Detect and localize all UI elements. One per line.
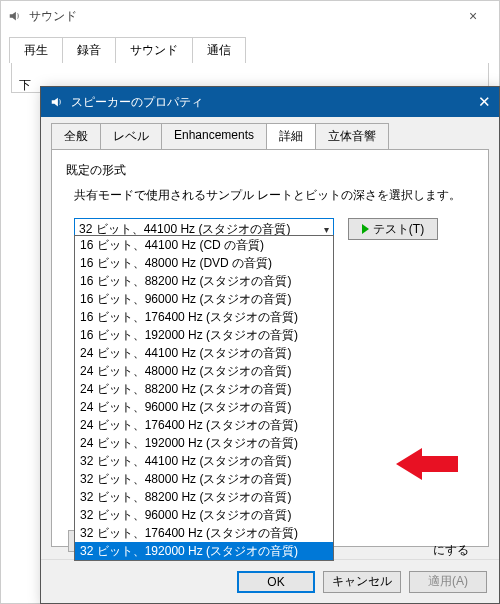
dropdown-item[interactable]: 16 ビット、48000 Hz (DVD の音質) — [75, 254, 333, 272]
properties-tabs: 全般 レベル Enhancements 詳細 立体音響 — [41, 117, 499, 149]
tab-communications[interactable]: 通信 — [192, 37, 246, 63]
sound-panel-text-fragment: 下 — [19, 77, 31, 94]
default-format-description: 共有モードで使用されるサンプル レートとビットの深さを選択します。 — [74, 187, 474, 204]
dialog-button-row: OK キャンセル 適用(A) — [41, 559, 499, 603]
dropdown-item[interactable]: 16 ビット、176400 Hz (スタジオの音質) — [75, 308, 333, 326]
exclusive-mode-text-fragment: にする — [433, 542, 493, 556]
tab-sounds[interactable]: サウンド — [115, 37, 193, 63]
sample-rate-dropdown-list[interactable]: 16 ビット、44100 Hz (CD の音質)16 ビット、48000 Hz … — [74, 235, 334, 561]
dropdown-item[interactable]: 24 ビット、176400 Hz (スタジオの音質) — [75, 416, 333, 434]
dropdown-item[interactable]: 16 ビット、96000 Hz (スタジオの音質) — [75, 290, 333, 308]
tab-enhancements[interactable]: Enhancements — [161, 123, 267, 149]
test-button[interactable]: テスト(T) — [348, 218, 438, 240]
play-icon — [362, 224, 369, 234]
speaker-icon — [7, 8, 23, 24]
default-format-group-title: 既定の形式 — [66, 162, 474, 179]
dropdown-item[interactable]: 32 ビット、176400 Hz (スタジオの音質) — [75, 524, 333, 542]
dropdown-item[interactable]: 32 ビット、44100 Hz (スタジオの音質) — [75, 452, 333, 470]
test-button-label: テスト(T) — [373, 221, 424, 238]
dropdown-item[interactable]: 16 ビット、192000 Hz (スタジオの音質) — [75, 326, 333, 344]
dropdown-item[interactable]: 32 ビット、192000 Hz (スタジオの音質) — [75, 542, 333, 560]
speaker-properties-dialog: スピーカーのプロパティ ✕ 全般 レベル Enhancements 詳細 立体音… — [40, 86, 500, 604]
dropdown-item[interactable]: 32 ビット、88200 Hz (スタジオの音質) — [75, 488, 333, 506]
close-icon[interactable]: × — [453, 8, 493, 24]
tab-advanced[interactable]: 詳細 — [266, 123, 316, 149]
apply-button[interactable]: 適用(A) — [409, 571, 487, 593]
dropdown-item[interactable]: 24 ビット、88200 Hz (スタジオの音質) — [75, 380, 333, 398]
ok-button[interactable]: OK — [237, 571, 315, 593]
tab-spatial[interactable]: 立体音響 — [315, 123, 389, 149]
dropdown-item[interactable]: 24 ビット、44100 Hz (スタジオの音質) — [75, 344, 333, 362]
close-icon[interactable]: ✕ — [445, 93, 491, 111]
tab-general[interactable]: 全般 — [51, 123, 101, 149]
annotation-arrow-icon — [396, 444, 460, 484]
dropdown-item[interactable]: 16 ビット、44100 Hz (CD の音質) — [75, 236, 333, 254]
svg-marker-0 — [396, 448, 458, 480]
tab-levels[interactable]: レベル — [100, 123, 162, 149]
tab-recording[interactable]: 録音 — [62, 37, 116, 63]
dropdown-item[interactable]: 32 ビット、48000 Hz (スタジオの音質) — [75, 470, 333, 488]
dropdown-item[interactable]: 16 ビット、88200 Hz (スタジオの音質) — [75, 272, 333, 290]
properties-titlebar[interactable]: スピーカーのプロパティ ✕ — [41, 87, 499, 117]
properties-title: スピーカーのプロパティ — [71, 94, 445, 111]
sound-window-titlebar[interactable]: サウンド × — [1, 1, 499, 31]
chevron-down-icon: ▾ — [324, 224, 329, 235]
tab-playback[interactable]: 再生 — [9, 37, 63, 63]
cancel-button[interactable]: キャンセル — [323, 571, 401, 593]
sound-window-title: サウンド — [29, 8, 453, 25]
dropdown-item[interactable]: 24 ビット、96000 Hz (スタジオの音質) — [75, 398, 333, 416]
dropdown-item[interactable]: 24 ビット、48000 Hz (スタジオの音質) — [75, 362, 333, 380]
advanced-tab-panel: 既定の形式 共有モードで使用されるサンプル レートとビットの深さを選択します。 … — [51, 149, 489, 547]
dropdown-item[interactable]: 32 ビット、96000 Hz (スタジオの音質) — [75, 506, 333, 524]
dropdown-item[interactable]: 24 ビット、192000 Hz (スタジオの音質) — [75, 434, 333, 452]
speaker-icon — [49, 94, 65, 110]
